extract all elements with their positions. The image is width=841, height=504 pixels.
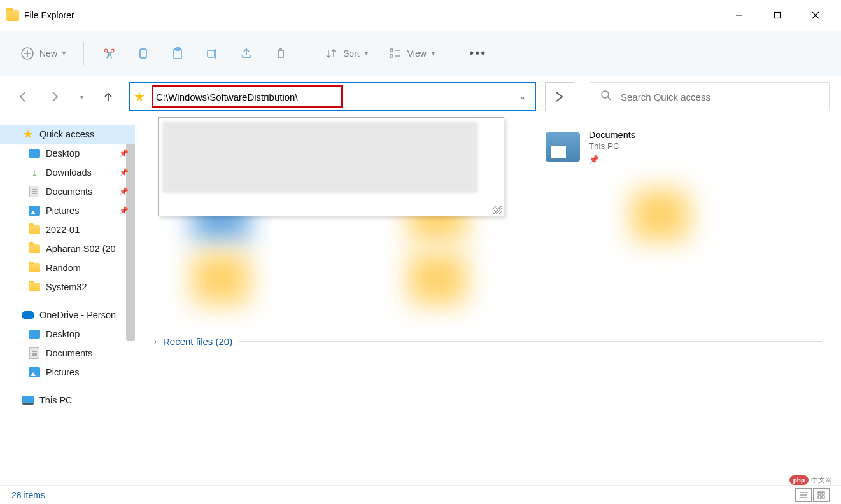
pin-icon: 📌	[119, 149, 129, 158]
navbar: ▾ ★ ⌄	[0, 76, 841, 117]
sort-button[interactable]: Sort ▾	[316, 41, 376, 66]
chevron-down-icon[interactable]: ⌄	[519, 92, 526, 101]
rename-button[interactable]	[197, 41, 227, 66]
recent-files-header[interactable]: › Recent files (20)	[154, 336, 822, 347]
desktop-icon	[29, 149, 40, 158]
star-icon: ★	[22, 129, 34, 140]
sidebar-item-documents[interactable]: Documents 📌	[0, 182, 135, 201]
copy-icon	[136, 46, 150, 60]
view-details-button[interactable]	[795, 488, 812, 502]
delete-button[interactable]	[266, 41, 295, 66]
view-icons-button[interactable]	[813, 488, 830, 502]
close-button[interactable]	[796, 3, 835, 28]
trash-icon	[274, 46, 288, 60]
sidebar-label: Documents	[46, 186, 92, 197]
share-icon	[239, 46, 253, 60]
sidebar-item-desktop[interactable]: Desktop 📌	[0, 144, 135, 163]
address-bar[interactable]: ★ ⌄	[129, 82, 536, 111]
folder-icon	[29, 263, 40, 272]
chevron-down-icon: ▾	[432, 50, 435, 57]
tile-location: This PC	[589, 141, 635, 151]
divider	[239, 341, 822, 342]
svg-rect-7	[140, 49, 146, 58]
plus-circle-icon	[20, 46, 34, 60]
watermark-text: 中文网	[811, 475, 832, 485]
share-button[interactable]	[232, 41, 261, 66]
folder-tile-documents[interactable]: Documents This PC 📌	[546, 130, 635, 164]
recent-dropdown[interactable]: ▾	[75, 85, 88, 108]
view-label: View	[407, 48, 427, 59]
sidebar-label: Pictures	[46, 367, 79, 377]
up-button[interactable]	[97, 85, 120, 108]
sidebar-label: 2022-01	[46, 225, 80, 235]
sidebar-item-downloads[interactable]: ↓ Downloads 📌	[0, 163, 135, 182]
desktop-icon	[29, 330, 40, 339]
statusbar: 28 items	[0, 485, 841, 504]
forward-button[interactable]	[43, 85, 66, 108]
pin-icon: 📌	[119, 206, 129, 215]
sidebar-item-quick-access[interactable]: ★ Quick access	[0, 125, 135, 144]
chevron-right-icon: ›	[154, 337, 157, 346]
folder-icon	[29, 244, 40, 253]
more-button[interactable]: •••	[463, 41, 493, 66]
sidebar-item-folder[interactable]: System32	[0, 277, 135, 297]
star-icon: ★	[134, 89, 149, 104]
rename-icon	[205, 46, 219, 60]
pictures-icon	[29, 206, 40, 216]
sidebar-label: Quick access	[39, 129, 94, 139]
go-button[interactable]	[545, 82, 574, 111]
address-autocomplete[interactable]	[158, 117, 504, 216]
sidebar-item-onedrive-documents[interactable]: Documents	[0, 344, 135, 363]
maximize-button[interactable]	[758, 3, 796, 28]
pin-icon: 📌	[119, 168, 129, 177]
sort-icon	[324, 46, 338, 60]
resize-grip-icon[interactable]	[493, 206, 502, 214]
back-button[interactable]	[11, 85, 34, 108]
separator	[306, 42, 306, 65]
sidebar-item-pictures[interactable]: Pictures 📌	[0, 201, 135, 220]
minimize-button[interactable]	[720, 3, 758, 28]
sidebar-item-onedrive[interactable]: OneDrive - Person	[0, 305, 135, 325]
search-icon	[600, 90, 612, 104]
svg-rect-10	[208, 50, 215, 57]
paste-button[interactable]	[163, 41, 192, 66]
autocomplete-list	[162, 122, 478, 193]
copy-button[interactable]	[129, 41, 158, 66]
watermark: php 中文网	[789, 475, 832, 485]
ellipsis-icon: •••	[471, 46, 485, 60]
new-button[interactable]: New ▾	[13, 41, 73, 66]
sidebar-item-onedrive-desktop[interactable]: Desktop	[0, 325, 135, 344]
address-input[interactable]	[156, 92, 338, 102]
search-input[interactable]	[621, 92, 819, 102]
chevron-down-icon: ▾	[62, 50, 66, 57]
search-box[interactable]	[590, 82, 830, 111]
scissors-icon: ✂️	[102, 46, 116, 60]
tile-name: Documents	[589, 130, 635, 140]
sidebar-label: System32	[46, 282, 87, 292]
pin-icon: 📌	[119, 187, 129, 196]
sidebar-item-folder[interactable]: Apharan S02 (20	[0, 239, 135, 258]
cut-button[interactable]: ✂️	[94, 41, 124, 66]
view-button[interactable]: View ▾	[381, 41, 442, 66]
svg-rect-14	[390, 55, 393, 57]
pin-icon: 📌	[589, 155, 635, 164]
folder-icon	[29, 283, 40, 291]
sidebar-item-this-pc[interactable]: This PC	[0, 391, 135, 410]
address-highlight	[152, 85, 343, 108]
sidebar-label: Apharan S02 (20	[46, 244, 116, 254]
recent-label: Recent files (20)	[163, 336, 232, 347]
watermark-badge: php	[789, 475, 809, 485]
sort-label: Sort	[343, 48, 360, 59]
pc-icon	[22, 396, 34, 405]
sidebar-item-folder[interactable]: Random	[0, 258, 135, 277]
svg-rect-1	[775, 13, 781, 18]
pictures-icon	[29, 367, 40, 377]
sidebar-item-onedrive-pictures[interactable]: Pictures	[0, 363, 135, 382]
sidebar-label: Desktop	[46, 329, 80, 339]
svg-rect-22	[822, 492, 824, 494]
sidebar-label: Downloads	[46, 167, 92, 178]
svg-rect-21	[818, 492, 821, 494]
svg-line-17	[608, 97, 611, 100]
sidebar-item-folder[interactable]: 2022-01	[0, 220, 135, 239]
toolbar: New ▾ ✂️ Sort ▾ View ▾ •••	[0, 31, 841, 76]
